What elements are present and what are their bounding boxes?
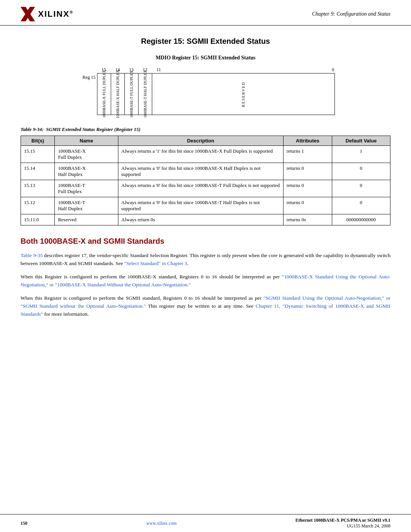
reg-cell-reserved: RESERVED — [152, 73, 335, 115]
cell-desc: Always returns a '0' for this bit since … — [118, 197, 283, 214]
page-title: Register 15: SGMII Extended Status — [21, 37, 390, 46]
table-row: 15.121000BASE-T Half DuplexAlways return… — [21, 197, 390, 214]
cell-desc: Always returns a '0' for this bit since … — [118, 163, 283, 180]
header-chapter: Chapter 9: Configuration and Status — [312, 11, 390, 17]
cell-default: 1 — [332, 146, 390, 163]
table-header-row: Bit(s) Name Description Attributes Defau… — [21, 136, 390, 146]
cell-name: 1000BASE-T Full Duplex — [55, 180, 118, 197]
reg-label: Reg 15 — [76, 73, 97, 115]
cell-desc: Always returns a '1' for this bit since … — [118, 146, 283, 163]
page-footer: 150 www.xilinx.com Ethernet 1000BASE-X P… — [0, 514, 411, 532]
col-header-default: Default Value — [332, 136, 390, 146]
cell-attr: returns 0 — [283, 163, 332, 180]
cell-name: 1000BASE-X Half Duplex — [55, 163, 118, 180]
col-header-desc: Description — [118, 136, 283, 146]
cell-bits: 15.15 — [21, 146, 55, 163]
col-header-bits: Bit(s) — [21, 136, 55, 146]
cell-desc: Always return 0s — [118, 214, 283, 225]
paragraphs-container: Table 9-35 describes register 17, the ve… — [21, 252, 390, 318]
footer-page-number: 150 — [21, 521, 27, 526]
col-header-attr: Attributes — [283, 136, 332, 146]
table-row: 15.141000BASE-X Half DuplexAlways return… — [21, 163, 390, 180]
reg-cell-12: 1000BASE-T HALF DUPLEX — [139, 73, 152, 115]
reg-cell-13: 1000BASE-T FULL DUPLEX — [125, 73, 139, 115]
footer-website: www.xilinx.com — [146, 521, 177, 526]
cell-bits: 15.14 — [21, 163, 55, 180]
main-content: Register 15: SGMII Extended Status MDIO … — [0, 26, 411, 331]
section-heading: Both 1000BASE-X and SGMII Standards — [21, 237, 390, 246]
reg-cell-15: 1000BASE-X FULL DUPLEX — [97, 73, 111, 115]
body-paragraph: When this Register is configured to perf… — [21, 294, 390, 318]
col-header-name: Name — [55, 136, 118, 146]
cell-attr: returns 0s — [283, 214, 332, 225]
cell-default: 0 — [332, 197, 390, 214]
register-table: Bit(s) Name Description Attributes Defau… — [21, 136, 390, 225]
cell-attr: returns 0 — [283, 197, 332, 214]
body-paragraph: Table 9-35 describes register 17, the ve… — [21, 252, 390, 268]
cell-name: 1000BASE-T Half Duplex — [55, 197, 118, 214]
page-header: XILINX® Chapter 9: Configuration and Sta… — [0, 0, 411, 26]
logo-wordmark: XILINX® — [38, 9, 73, 19]
cell-name: Reserved — [55, 214, 118, 225]
reg-cell-14: 1000BASE-X HALF DUPLEX — [111, 73, 125, 115]
cell-default: 000000000000 — [332, 214, 390, 225]
xilinx-x-icon — [21, 7, 35, 21]
cell-name: 1000BASE-X Full Duplex — [55, 146, 118, 163]
body-paragraph: When this Register is configured to perf… — [21, 273, 390, 289]
cell-bits: 15.13 — [21, 180, 55, 197]
table-row: 15.131000BASE-T Full DuplexAlways return… — [21, 180, 390, 197]
footer-doc-info: Ethernet 1000BASE-X PCS/PMA or SGMII v9.… — [295, 518, 390, 529]
cell-default: 0 — [332, 180, 390, 197]
cell-attr: returns 1 — [283, 146, 332, 163]
reg-cells: 1000BASE-X FULL DUPLEX 1000BASE-X HALF D… — [97, 73, 335, 115]
cell-attr: returns 0 — [283, 180, 332, 197]
xilinx-logo: XILINX® — [21, 7, 73, 21]
mdio-section-title: MDIO Register 15: SGMII Extended Status — [21, 55, 390, 61]
cell-default: 0 — [332, 163, 390, 180]
register-diagram: 15 14 13 12 11 0 Reg 15 1000BASE-X FULL … — [76, 67, 335, 115]
table-caption: Table 9-34: SGMII Extended Status Regist… — [21, 126, 390, 133]
cell-bits: 15.12 — [21, 197, 55, 214]
cell-desc: Always returns a '0' for this bit since … — [118, 180, 283, 197]
table-row: 15.151000BASE-X Full DuplexAlways return… — [21, 146, 390, 163]
register-row: Reg 15 1000BASE-X FULL DUPLEX 1000BASE-X… — [76, 73, 335, 115]
cell-bits: 15:11:0 — [21, 214, 55, 225]
table-row: 15:11:0ReservedAlways return 0sreturns 0… — [21, 214, 390, 225]
